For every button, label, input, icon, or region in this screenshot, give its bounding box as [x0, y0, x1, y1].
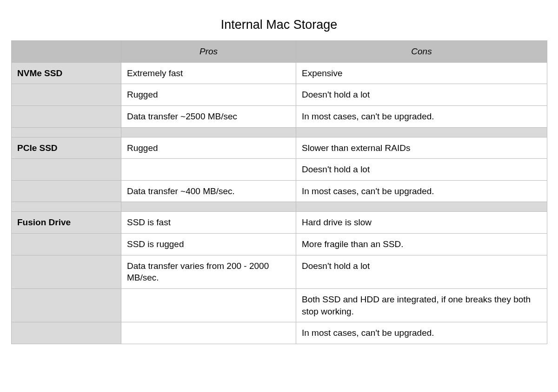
section-label-pcie: PCIe SSD [12, 137, 121, 159]
table-row: In most cases, can't be upgraded. [12, 322, 547, 344]
pro-cell [121, 159, 296, 181]
pro-cell: Data transfer ~2500 MB/sec [121, 105, 296, 127]
section-label-cont [12, 105, 121, 127]
con-cell: Doesn't hold a lot [296, 159, 547, 181]
section-label-cont [12, 255, 121, 288]
con-cell: In most cases, can't be upgraded. [296, 105, 547, 127]
section-label-cont [12, 180, 121, 202]
section-label-cont [12, 84, 121, 106]
section-spacer-row [12, 202, 547, 212]
con-cell: More fragile than an SSD. [296, 234, 547, 255]
con-cell: Both SSD and HDD are integrated, if one … [296, 289, 547, 322]
pro-cell: SSD is rugged [121, 234, 296, 255]
section-label-cont [12, 127, 121, 137]
spacer-cell [121, 202, 296, 212]
spacer-cell [296, 127, 547, 137]
pro-cell: Extremely fast [121, 62, 296, 84]
con-cell: Doesn't hold a lot [296, 84, 547, 106]
pro-cell [121, 322, 296, 344]
table-row: PCIe SSD Rugged Slower than external RAI… [12, 137, 547, 159]
spacer-cell [296, 202, 547, 212]
con-cell: Hard drive is slow [296, 212, 547, 234]
section-label-cont [12, 159, 121, 181]
page-title: Internal Mac Storage [11, 18, 547, 32]
table-row: Both SSD and HDD are integrated, if one … [12, 289, 547, 322]
pro-cell [121, 289, 296, 322]
section-label-nvme: NVMe SSD [12, 62, 121, 84]
pro-cell: Data transfer varies from 200 - 2000 MB/… [121, 255, 296, 288]
table-row: SSD is rugged More fragile than an SSD. [12, 234, 547, 255]
table-row: Data transfer ~2500 MB/sec In most cases… [12, 105, 547, 127]
pro-cell: SSD is fast [121, 212, 296, 234]
table-row: Fusion Drive SSD is fast Hard drive is s… [12, 212, 547, 234]
con-cell: In most cases, can't be upgraded. [296, 180, 547, 202]
header-pros: Pros [121, 41, 296, 63]
section-label-cont [12, 202, 121, 212]
pro-cell: Data transfer ~400 MB/sec. [121, 180, 296, 202]
pro-cell: Rugged [121, 137, 296, 159]
table-row: Doesn't hold a lot [12, 159, 547, 181]
pro-cell: Rugged [121, 84, 296, 106]
table-row: NVMe SSD Extremely fast Expensive [12, 62, 547, 84]
table-row: Data transfer varies from 200 - 2000 MB/… [12, 255, 547, 288]
table-header-row: Pros Cons [12, 41, 547, 63]
header-label [12, 41, 121, 63]
table-row: Rugged Doesn't hold a lot [12, 84, 547, 106]
storage-table: Pros Cons NVMe SSD Extremely fast Expens… [11, 40, 547, 344]
section-spacer-row [12, 127, 547, 137]
con-cell: In most cases, can't be upgraded. [296, 322, 547, 344]
con-cell: Expensive [296, 62, 547, 84]
con-cell: Doesn't hold a lot [296, 255, 547, 288]
section-label-cont [12, 234, 121, 255]
section-label-cont [12, 322, 121, 344]
section-label-cont [12, 289, 121, 322]
con-cell: Slower than external RAIDs [296, 137, 547, 159]
spacer-cell [121, 127, 296, 137]
header-cons: Cons [296, 41, 547, 63]
table-row: Data transfer ~400 MB/sec. In most cases… [12, 180, 547, 202]
section-label-fusion: Fusion Drive [12, 212, 121, 234]
